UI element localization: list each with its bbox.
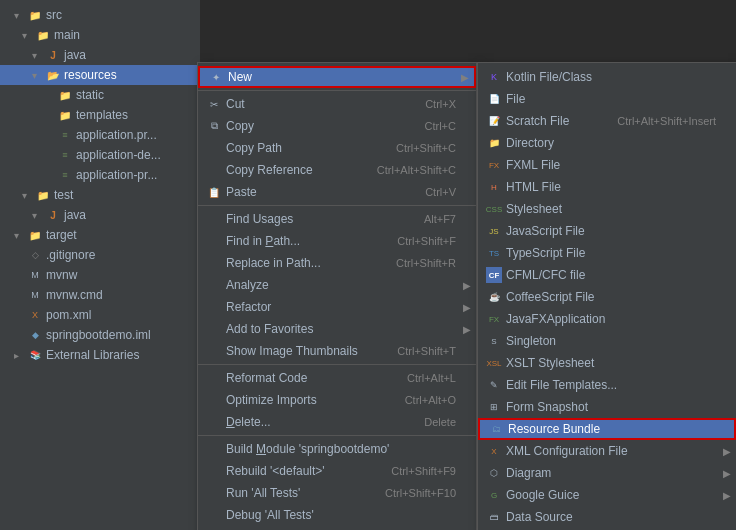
- tree-item-mvnw-cmd[interactable]: M mvnw.cmd: [0, 285, 200, 305]
- menu-label-directory: Directory: [506, 136, 716, 150]
- tree-item-ext-libs[interactable]: 📚 External Libraries: [0, 345, 200, 365]
- tree-item-static[interactable]: 📁 static: [0, 85, 200, 105]
- menu-item-refactor[interactable]: Refactor ▶: [198, 296, 476, 318]
- directory-icon: 📁: [486, 135, 502, 151]
- menu-item-find-usages[interactable]: Find Usages Alt+F7: [198, 208, 476, 230]
- tree-item-mvnw[interactable]: M mvnw: [0, 265, 200, 285]
- menu-item-xslt[interactable]: XSL XSLT Stylesheet: [478, 352, 736, 374]
- menu-item-find-in-path[interactable]: Find in Path... Ctrl+Shift+F: [198, 230, 476, 252]
- menu-item-copy[interactable]: ⧉ Copy Ctrl+C: [198, 115, 476, 137]
- tree-item-application-de[interactable]: ≡ application-de...: [0, 145, 200, 165]
- tree-item-application-pr[interactable]: ≡ application.pr...: [0, 125, 200, 145]
- none-icon: [206, 162, 222, 178]
- menu-item-javafx[interactable]: FX JavaFXApplication: [478, 308, 736, 330]
- menu-item-diagram[interactable]: ⬡ Diagram ▶: [478, 462, 736, 484]
- menu-label-stylesheet: Stylesheet: [506, 202, 716, 216]
- menu-separator: [198, 205, 476, 206]
- ignore-icon: ◇: [27, 247, 43, 263]
- none-icon: [206, 211, 222, 227]
- menu-item-optimize[interactable]: Optimize Imports Ctrl+Alt+O: [198, 389, 476, 411]
- tree-item-src[interactable]: 📁 src: [0, 5, 200, 25]
- menu-item-replace-in-path[interactable]: Replace in Path... Ctrl+Shift+R: [198, 252, 476, 274]
- tree-item-java-test[interactable]: J java: [0, 205, 200, 225]
- tree-label: springbootdemo.iml: [46, 328, 151, 342]
- menu-item-debug-tests[interactable]: Debug 'All Tests': [198, 504, 476, 526]
- menu-item-kotlin[interactable]: K Kotlin File/Class: [478, 66, 736, 88]
- none-icon: [206, 299, 222, 315]
- tree-item-templates[interactable]: 📁 templates: [0, 105, 200, 125]
- context-menu-left: ✦ New ▶ ✂ Cut Ctrl+X ⧉ Copy Ctrl+C Copy …: [197, 62, 477, 530]
- menu-item-rebuild[interactable]: Rebuild '<default>' Ctrl+Shift+F9: [198, 460, 476, 482]
- menu-item-copy-ref[interactable]: Copy Reference Ctrl+Alt+Shift+C: [198, 159, 476, 181]
- copy-icon: ⧉: [206, 118, 222, 134]
- menu-item-guice[interactable]: G Google Guice ▶: [478, 484, 736, 506]
- menu-item-cut[interactable]: ✂ Cut Ctrl+X: [198, 93, 476, 115]
- menu-item-run-tests[interactable]: Run 'All Tests' Ctrl+Shift+F10: [198, 482, 476, 504]
- find-usages-shortcut: Alt+F7: [424, 213, 456, 225]
- menu-item-xml-config[interactable]: X XML Configuration File ▶: [478, 440, 736, 462]
- datasource-icon: 🗃: [486, 509, 502, 525]
- menu-item-coffeescript[interactable]: ☕ CoffeeScript File: [478, 286, 736, 308]
- menu-item-html[interactable]: H HTML File: [478, 176, 736, 198]
- menu-item-ts[interactable]: TS TypeScript File: [478, 242, 736, 264]
- menu-label-build-module: Build Module 'springbootdemo': [226, 442, 456, 456]
- menu-item-new[interactable]: ✦ New ▶: [198, 66, 476, 88]
- menu-item-run-coverage[interactable]: Run 'All Tests' with Coverage: [198, 526, 476, 530]
- menu-item-data-source[interactable]: 🗃 Data Source: [478, 506, 736, 528]
- menu-item-reformat[interactable]: Reformat Code Ctrl+Alt+L: [198, 367, 476, 389]
- none-icon: [206, 255, 222, 271]
- tree-item-test[interactable]: 📁 test: [0, 185, 200, 205]
- menu-label-kotlin: Kotlin File/Class: [506, 70, 716, 84]
- xslt-icon: XSL: [486, 355, 502, 371]
- menu-label-file: File: [506, 92, 716, 106]
- menu-item-directory[interactable]: 📁 Directory: [478, 132, 736, 154]
- menu-item-paste[interactable]: 📋 Paste Ctrl+V: [198, 181, 476, 203]
- tree-label: src: [46, 8, 62, 22]
- tree-item-application-pr2[interactable]: ≡ application-pr...: [0, 165, 200, 185]
- menu-item-build-module[interactable]: Build Module 'springbootdemo': [198, 438, 476, 460]
- properties-icon: ≡: [57, 127, 73, 143]
- menu-item-copy-path[interactable]: Copy Path Ctrl+Shift+C: [198, 137, 476, 159]
- tree-item-target[interactable]: 📁 target: [0, 225, 200, 245]
- file-tree: 📁 src 📁 main J java 📂 resources 📁 static…: [0, 0, 200, 530]
- tree-item-iml[interactable]: ◆ springbootdemo.iml: [0, 325, 200, 345]
- menu-item-delete[interactable]: Delete... Delete: [198, 411, 476, 433]
- submenu-arrow-icon: ▶: [463, 302, 471, 313]
- tree-item-main[interactable]: 📁 main: [0, 25, 200, 45]
- menu-item-js[interactable]: JS JavaScript File: [478, 220, 736, 242]
- submenu-arrow-icon: ▶: [463, 280, 471, 291]
- menu-item-file[interactable]: 📄 File: [478, 88, 736, 110]
- menu-item-stylesheet[interactable]: CSS Stylesheet: [478, 198, 736, 220]
- coffee-icon: ☕: [486, 289, 502, 305]
- menu-item-resource-bundle[interactable]: 🗂 Resource Bundle: [478, 418, 736, 440]
- arrow-down-icon: [26, 207, 42, 223]
- menu-item-edit-templates[interactable]: ✎ Edit File Templates...: [478, 374, 736, 396]
- none-icon: [206, 441, 222, 457]
- mvnw-icon: M: [27, 287, 43, 303]
- no-arrow-icon: [38, 127, 54, 143]
- menu-label-html: HTML File: [506, 180, 716, 194]
- menu-item-thumbnails[interactable]: Show Image Thumbnails Ctrl+Shift+T: [198, 340, 476, 362]
- menu-item-form-snapshot[interactable]: ⊞ Form Snapshot: [478, 396, 736, 418]
- menu-label-refactor: Refactor: [226, 300, 456, 314]
- tree-label: java: [64, 48, 86, 62]
- tree-label: templates: [76, 108, 128, 122]
- iml-icon: ◆: [27, 327, 43, 343]
- menu-item-add-favorites[interactable]: Add to Favorites ▶: [198, 318, 476, 340]
- tree-item-java[interactable]: J java: [0, 45, 200, 65]
- menu-label-diagram: Diagram: [506, 466, 716, 480]
- submenu-arrow-icon: ▶: [461, 72, 469, 83]
- menu-item-cfml[interactable]: CF CFML/CFC file: [478, 264, 736, 286]
- menu-label-add-favorites: Add to Favorites: [226, 322, 456, 336]
- menu-item-fxml[interactable]: FX FXML File: [478, 154, 736, 176]
- no-arrow-icon: [38, 147, 54, 163]
- menu-label-copy: Copy: [226, 119, 405, 133]
- menu-item-scratch[interactable]: 📝 Scratch File Ctrl+Alt+Shift+Insert: [478, 110, 736, 132]
- menu-item-analyze[interactable]: Analyze ▶: [198, 274, 476, 296]
- scratch-shortcut: Ctrl+Alt+Shift+Insert: [617, 115, 716, 127]
- menu-label-find-in-path: Find in Path...: [226, 234, 377, 248]
- tree-item-pom[interactable]: X pom.xml: [0, 305, 200, 325]
- menu-item-singleton[interactable]: S Singleton: [478, 330, 736, 352]
- tree-item-gitignore[interactable]: ◇ .gitignore: [0, 245, 200, 265]
- tree-item-resources[interactable]: 📂 resources: [0, 65, 200, 85]
